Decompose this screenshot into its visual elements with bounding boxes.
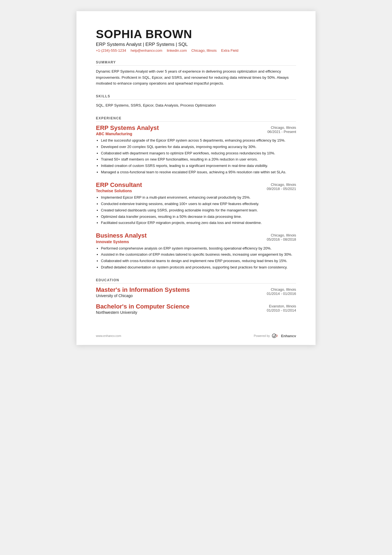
exp-dates: 06/2021 - Present xyxy=(265,130,296,134)
enhancv-logo-icon xyxy=(272,333,279,338)
edu-degree: Bachelor's in Computer Science xyxy=(96,303,190,310)
list-item: Implemented Epicor ERP in a multi-plant … xyxy=(101,195,296,201)
experience-item: Business AnalystInnovate SystemsChicago,… xyxy=(96,232,296,270)
summary-title: SUMMARY xyxy=(96,60,296,66)
contact-email: help@enhancv.com xyxy=(131,48,162,53)
list-item: Collaborated with department managers to… xyxy=(101,151,296,156)
edu-right: Evanston, Illinois01/2010 - 01/2014 xyxy=(263,303,296,312)
svg-point-0 xyxy=(272,334,276,338)
candidate-title: ERP Systems Analyst | ERP Systems | SQL xyxy=(96,42,296,47)
edu-location: Chicago, Illinois xyxy=(271,286,296,292)
exp-right: Chicago, Illinois09/2018 - 05/2021 xyxy=(265,181,296,191)
edu-left: Master's in Information SystemsUniversit… xyxy=(96,286,190,298)
header: SOPHIA BROWN ERP Systems Analyst | ERP S… xyxy=(96,28,296,53)
skills-title: SKILLS xyxy=(96,94,296,100)
edu-header: Bachelor's in Computer ScienceNorthweste… xyxy=(96,303,296,315)
list-item: Initiated creation of custom SSRS report… xyxy=(101,163,296,169)
powered-by-label: Powered by xyxy=(254,334,270,337)
edu-header: Master's in Information SystemsUniversit… xyxy=(96,286,296,298)
summary-section: SUMMARY Dynamic ERP Systems Analyst with… xyxy=(96,60,296,87)
exp-bullets-list: Implemented Epicor ERP in a multi-plant … xyxy=(96,195,296,226)
exp-job-title: ERP Consultant xyxy=(96,181,142,189)
exp-right: Chicago, Illinois06/2021 - Present xyxy=(265,124,296,134)
enhancv-brand-name: Enhancv xyxy=(281,334,296,338)
list-item: Created tailored dashboards using SSRS, … xyxy=(101,208,296,213)
list-item: Developed over 20 complex SQL queries fo… xyxy=(101,144,296,150)
education-section: EDUCATION Master's in Information System… xyxy=(96,278,296,315)
edu-school: University of Chicago xyxy=(96,293,190,298)
exp-right: Chicago, Illinois05/2016 - 08/2018 xyxy=(265,232,296,241)
footer: www.enhancv.com Powered by Enhancv xyxy=(96,333,296,338)
contact-location: Chicago, Illinois xyxy=(191,48,217,53)
edu-location: Evanston, Illinois xyxy=(269,303,296,308)
education-title: EDUCATION xyxy=(96,278,296,283)
contact-extra: Extra Field xyxy=(221,48,238,53)
exp-header: ERP Systems AnalystABC ManufacturingChic… xyxy=(96,124,296,136)
footer-branding: Powered by Enhancv xyxy=(254,333,296,338)
exp-left: Business AnalystInnovate Systems xyxy=(96,232,147,244)
list-item: Led the successful upgrade of the Epicor… xyxy=(101,138,296,144)
education-items: Master's in Information SystemsUniversit… xyxy=(96,286,296,315)
exp-dates: 09/2018 - 05/2021 xyxy=(265,187,296,191)
exp-job-title: Business Analyst xyxy=(96,232,147,239)
contact-phone: +1-(234)-555-1234 xyxy=(96,48,126,53)
list-item: Performed comprehensive analysis on ERP … xyxy=(101,246,296,251)
education-item: Master's in Information SystemsUniversit… xyxy=(96,286,296,298)
edu-right: Chicago, Illinois01/2014 - 01/2016 xyxy=(265,286,296,296)
exp-location: Chicago, Illinois xyxy=(271,124,296,130)
list-item: Conducted extensive training sessions, e… xyxy=(101,201,296,207)
list-item: Collaborated with cross-functional teams… xyxy=(101,258,296,264)
contact-info: +1-(234)-555-1234 help@enhancv.com linke… xyxy=(96,48,296,53)
skills-section: SKILLS SQL, ERP Systems, SSRS, Epicor, D… xyxy=(96,94,296,108)
edu-dates: 01/2014 - 01/2016 xyxy=(265,292,296,296)
edu-degree: Master's in Information Systems xyxy=(96,286,190,293)
experience-item: ERP ConsultantTechwise SolutionsChicago,… xyxy=(96,181,296,226)
exp-dates: 05/2016 - 08/2018 xyxy=(265,237,296,241)
skills-text: SQL, ERP Systems, SSRS, Epicor, Data Ana… xyxy=(96,102,296,108)
exp-left: ERP Systems AnalystABC Manufacturing xyxy=(96,124,159,136)
exp-header: Business AnalystInnovate SystemsChicago,… xyxy=(96,232,296,244)
exp-bullets-list: Led the successful upgrade of the Epicor… xyxy=(96,138,296,175)
exp-company: ABC Manufacturing xyxy=(96,132,159,136)
contact-linkedin: linkedin.com xyxy=(167,48,187,53)
edu-left: Bachelor's in Computer ScienceNorthweste… xyxy=(96,303,190,315)
experience-item: ERP Systems AnalystABC ManufacturingChic… xyxy=(96,124,296,175)
edu-dates: 01/2010 - 01/2014 xyxy=(263,308,296,312)
list-item: Drafted detailed documentation on system… xyxy=(101,265,296,270)
summary-text: Dynamic ERP Systems Analyst with over 5 … xyxy=(96,68,296,87)
resume-page: SOPHIA BROWN ERP Systems Analyst | ERP S… xyxy=(76,11,316,345)
exp-job-title: ERP Systems Analyst xyxy=(96,124,159,132)
footer-website: www.enhancv.com xyxy=(96,334,121,337)
exp-bullets-list: Performed comprehensive analysis on ERP … xyxy=(96,246,296,270)
exp-company: Innovate Systems xyxy=(96,240,147,244)
exp-location: Chicago, Illinois xyxy=(271,232,296,237)
list-item: Trained 50+ staff members on new ERP fun… xyxy=(101,157,296,162)
edu-school: Northwestern University xyxy=(96,310,190,315)
experience-title: EXPERIENCE xyxy=(96,116,296,122)
exp-company: Techwise Solutions xyxy=(96,189,142,193)
exp-location: Chicago, Illinois xyxy=(271,181,296,187)
experience-section: EXPERIENCE ERP Systems AnalystABC Manufa… xyxy=(96,116,296,270)
candidate-name: SOPHIA BROWN xyxy=(96,28,296,41)
exp-left: ERP ConsultantTechwise Solutions xyxy=(96,181,142,193)
list-item: Optimized data transfer processes, resul… xyxy=(101,214,296,220)
list-item: Facilitated successful Epicor ERP migrat… xyxy=(101,220,296,226)
list-item: Managed a cross-functional team to resol… xyxy=(101,169,296,175)
exp-header: ERP ConsultantTechwise SolutionsChicago,… xyxy=(96,181,296,193)
experience-items: ERP Systems AnalystABC ManufacturingChic… xyxy=(96,124,296,270)
education-item: Bachelor's in Computer ScienceNorthweste… xyxy=(96,303,296,315)
list-item: Assisted in the customization of ERP mod… xyxy=(101,252,296,258)
